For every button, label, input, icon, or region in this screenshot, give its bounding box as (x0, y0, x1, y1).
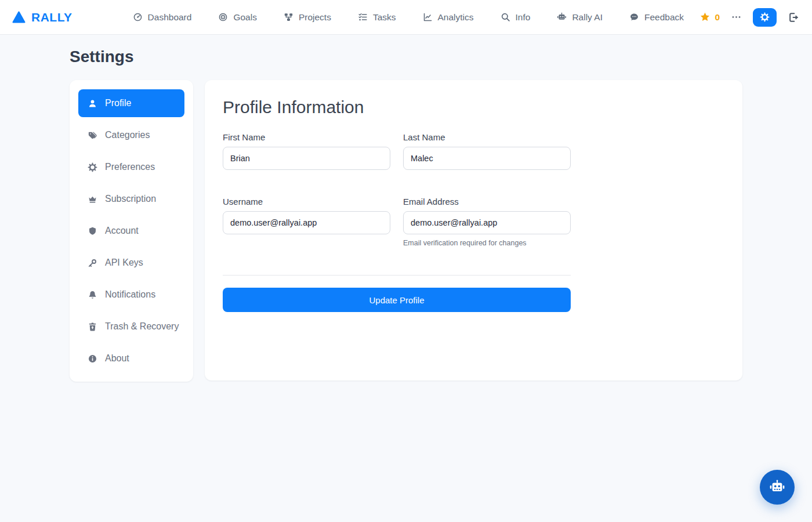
shield-icon (88, 226, 97, 236)
first-name-field-group: First Name (223, 132, 390, 170)
section-title: Profile Information (223, 97, 724, 117)
first-name-label: First Name (223, 132, 390, 142)
update-profile-button[interactable]: Update Profile (223, 288, 571, 312)
page-title: Settings (70, 48, 742, 66)
key-icon (88, 258, 97, 268)
nav-label: Projects (299, 12, 331, 23)
nav-label: Dashboard (148, 12, 192, 23)
nav-item-dashboard[interactable]: Dashboard (133, 12, 192, 23)
nav-label: Analytics (438, 12, 474, 23)
email-input[interactable] (403, 211, 571, 234)
ellipsis-icon (731, 12, 742, 23)
nav-label: Tasks (373, 12, 396, 23)
nav-item-feedback[interactable]: Feedback (629, 12, 684, 23)
gear-icon (760, 12, 770, 22)
username-label: Username (223, 197, 390, 206)
sidebar-item-trash-recovery[interactable]: Trash & Recovery (78, 313, 184, 340)
bullseye-icon (218, 12, 228, 22)
settings-button[interactable] (753, 8, 777, 27)
main-nav: Dashboard Goals Projects (133, 12, 684, 23)
nav-label: Goals (233, 12, 257, 23)
star-counter[interactable]: 0 (699, 12, 720, 23)
comment-icon (629, 12, 639, 22)
email-label: Email Address (403, 197, 571, 206)
nav-label: Rally AI (572, 12, 603, 23)
gear-icon (88, 162, 97, 172)
nav-item-projects[interactable]: Projects (284, 12, 331, 23)
sidebar-item-label: Preferences (105, 162, 155, 172)
ai-assistant-fab[interactable] (760, 470, 795, 505)
sidebar-item-subscription[interactable]: Subscription (78, 185, 184, 213)
sidebar-item-label: Notifications (105, 289, 155, 300)
star-icon (699, 12, 710, 23)
sidebar-item-profile[interactable]: Profile (78, 89, 184, 117)
star-count: 0 (715, 12, 720, 23)
profile-information-card: Profile Information First Name Last Name… (205, 80, 742, 380)
sitemap-icon (284, 12, 293, 22)
email-verification-hint: Email verification required for changes (403, 239, 571, 247)
robot-icon (557, 12, 567, 22)
top-navigation-bar: RALLY Dashboard Goals (0, 0, 812, 35)
sidebar-item-categories[interactable]: Categories (78, 121, 184, 149)
settings-sidebar: Profile Categories (70, 80, 193, 382)
nav-item-tasks[interactable]: Tasks (358, 12, 396, 23)
chart-line-icon (423, 12, 433, 22)
robot-icon (769, 479, 785, 495)
first-name-input[interactable] (223, 147, 390, 170)
last-name-label: Last Name (403, 132, 571, 142)
triangle-logo-icon (12, 10, 26, 24)
rally-logo[interactable]: RALLY (12, 10, 72, 24)
sidebar-item-label: Profile (105, 98, 131, 108)
more-options-button[interactable] (731, 12, 742, 23)
nav-item-rally-ai[interactable]: Rally AI (557, 12, 603, 23)
topbar-actions: 0 (699, 8, 799, 27)
list-check-icon (358, 12, 368, 22)
logout-button[interactable] (788, 12, 799, 23)
tags-icon (88, 130, 97, 140)
settings-page: Settings Profile Categories (0, 35, 812, 382)
sidebar-item-label: Trash & Recovery (105, 321, 179, 332)
username-field-group: Username (223, 197, 390, 247)
sign-out-icon (788, 12, 799, 23)
profile-form: First Name Last Name Username Email Addr… (223, 132, 571, 312)
nav-item-info[interactable]: Info (501, 12, 531, 23)
sidebar-item-label: Subscription (105, 194, 156, 204)
last-name-input[interactable] (403, 147, 571, 170)
username-input[interactable] (223, 211, 390, 234)
gauge-icon (133, 12, 143, 22)
sidebar-item-about[interactable]: About (78, 345, 184, 372)
crown-icon (88, 194, 97, 204)
bell-icon (88, 290, 97, 300)
nav-item-analytics[interactable]: Analytics (423, 12, 474, 23)
brand-name: RALLY (31, 10, 72, 24)
trash-restore-icon (88, 322, 97, 332)
sidebar-item-label: API Keys (105, 258, 143, 268)
sidebar-item-preferences[interactable]: Preferences (78, 153, 184, 181)
sidebar-item-notifications[interactable]: Notifications (78, 281, 184, 309)
email-field-group: Email Address Email verification require… (403, 197, 571, 247)
nav-item-goals[interactable]: Goals (218, 12, 257, 23)
sidebar-item-label: Categories (105, 130, 150, 140)
nav-label: Feedback (644, 12, 684, 23)
sidebar-item-label: About (105, 353, 129, 364)
info-circle-icon (88, 354, 97, 364)
form-divider (223, 275, 571, 276)
sidebar-item-account[interactable]: Account (78, 217, 184, 245)
last-name-field-group: Last Name (403, 132, 571, 170)
sidebar-item-label: Account (105, 226, 139, 236)
nav-label: Info (516, 12, 531, 23)
user-icon (88, 99, 97, 108)
sidebar-item-api-keys[interactable]: API Keys (78, 249, 184, 277)
search-icon (501, 12, 510, 22)
